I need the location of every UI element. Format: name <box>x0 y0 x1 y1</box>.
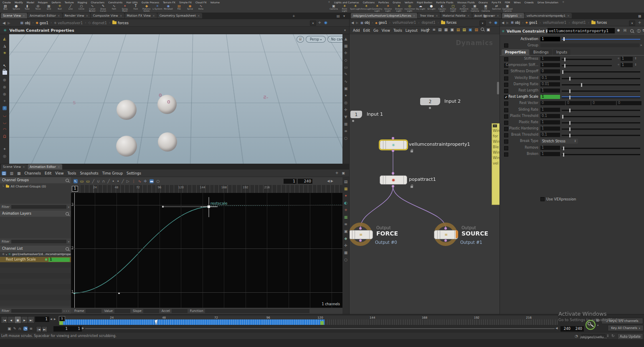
pane-tab[interactable]: Scene View× <box>1 13 27 18</box>
input-port-dot[interactable] <box>392 137 394 139</box>
circle-icon[interactable]: ○ <box>156 179 160 183</box>
half-icon[interactable]: ◐ <box>344 201 347 205</box>
shelf-tool[interactable]: ◉Spiral <box>185 4 195 13</box>
pane-layout-icon[interactable]: ▦ <box>638 14 641 18</box>
close-tab-icon[interactable]: × <box>58 165 60 169</box>
forward-arrow-icon[interactable]: ▶ <box>8 21 10 25</box>
close-tab-icon[interactable]: × <box>567 14 570 18</box>
key-field-input[interactable] <box>205 309 309 313</box>
shelf-tab[interactable]: Rigid Bodies <box>417 1 432 4</box>
shelf-tool[interactable]: ∿Helix <box>195 4 206 13</box>
channel-enable-dot[interactable] <box>45 258 47 261</box>
key-field-input[interactable] <box>114 309 130 313</box>
new-tab-icon[interactable]: + <box>474 14 477 18</box>
pin-icon[interactable]: ✛ <box>318 21 321 25</box>
pane-tab[interactable]: Material Palette× <box>441 13 472 18</box>
panel-icon[interactable]: ▤ <box>344 180 348 184</box>
param-field[interactable]: 1 <box>540 63 560 67</box>
jump-end-button[interactable]: ▶| <box>28 316 35 324</box>
extrapolate-icon[interactable]: ▷ <box>127 179 129 183</box>
node-output-force[interactable]: ≡ <box>349 230 373 239</box>
pane-menu-caret-icon[interactable]: ▾ <box>343 14 345 18</box>
realtime-icon[interactable]: ◔ <box>23 327 28 331</box>
dim-icon[interactable]: ● <box>3 78 6 82</box>
shelf-tab[interactable]: Grains <box>393 1 401 4</box>
param-field[interactable]: 0 <box>591 101 616 105</box>
path-stepper-icon[interactable]: ↕ <box>606 334 609 338</box>
shelf-tab[interactable]: Rigging <box>78 1 87 4</box>
linear-icon[interactable]: ╱ <box>107 179 109 183</box>
lasso-icon[interactable]: ◭ <box>3 37 6 41</box>
close-tab-icon[interactable]: × <box>86 14 89 18</box>
search-icon[interactable] <box>66 247 69 251</box>
input-port-dot[interactable] <box>392 172 394 175</box>
magnet-icon[interactable]: ◠ <box>3 127 6 132</box>
ease-in-icon[interactable]: ∪ <box>97 179 100 183</box>
menu-item[interactable]: Channels <box>25 171 41 175</box>
filter-caret-icon[interactable]: ▾ <box>68 205 69 208</box>
shelf-tab[interactable]: Model <box>27 1 34 4</box>
shelf-tab[interactable]: Guide Process <box>142 1 159 4</box>
param-slider[interactable] <box>562 71 640 73</box>
param-field[interactable]: 0 <box>617 101 641 105</box>
keyframe-marker[interactable] <box>320 321 324 325</box>
shelf-tool[interactable]: ◎Torus <box>33 4 43 13</box>
filter-caret-icon[interactable]: ▾ <box>68 240 69 243</box>
channel-path-row[interactable]: ✛ ▾ ✳ geo1/vellumsolver1/d...mconstraint… <box>0 252 71 257</box>
output-port-dot[interactable] <box>359 239 362 242</box>
shelf-tool[interactable]: ●GI Light <box>426 4 437 13</box>
breadcrumb-vellumsolver1[interactable]: ◈vellumsolver1 <box>54 21 83 25</box>
breadcrumb-dopnet1[interactable]: dopnet1 <box>572 21 586 25</box>
shelf-tab[interactable]: Pyro FX <box>492 1 501 4</box>
close-tab-icon[interactable]: × <box>198 14 200 18</box>
shelf-tab[interactable]: Modify <box>15 1 23 4</box>
graph-view-icon[interactable]: ▤ <box>2 171 6 175</box>
channel-row-rest-length-scale[interactable]: Rest Length Scale 1 <box>0 257 71 262</box>
shelf-tab[interactable]: Terrain FX <box>163 1 175 4</box>
pane-menu-caret-icon[interactable]: ▾ <box>491 14 493 18</box>
spark-icon[interactable]: ✦ <box>344 194 347 198</box>
stop-button[interactable]: ■ <box>14 316 21 324</box>
shelf-tool[interactable]: ☀Distant Light <box>393 4 404 13</box>
connector-dot[interactable] <box>429 107 431 109</box>
grid-icon[interactable]: ▦ <box>344 187 348 191</box>
dim-icon[interactable]: ● <box>3 85 6 89</box>
param-field[interactable]: 1 <box>540 152 560 156</box>
key-field-input[interactable] <box>143 309 159 313</box>
shelf-tool[interactable]: ◎Environment Light <box>404 4 415 13</box>
shelf-tab[interactable]: Wires <box>514 1 521 4</box>
breadcrumb-obj[interactable]: ▦obj <box>511 21 520 25</box>
key-icon[interactable]: • <box>112 179 114 183</box>
shelf-tool[interactable]: ∿Path <box>109 4 119 13</box>
param-field[interactable]: 0.1 <box>540 133 560 137</box>
param-menu[interactable]: Stretch Stress↕ <box>540 139 578 144</box>
search-icon[interactable] <box>66 179 69 182</box>
frame-dec-icon[interactable]: ◀ <box>50 317 52 320</box>
scroll-down-icon[interactable]: ▼ <box>345 115 347 119</box>
select-icon[interactable]: ↖ <box>74 179 78 183</box>
range-end-field[interactable]: 240 <box>560 326 572 332</box>
snap-icon[interactable]: ✦ <box>3 99 6 103</box>
shelf-tab[interactable]: Simple FX <box>179 1 192 4</box>
shelf-tab[interactable]: Drive Simulation <box>538 1 558 4</box>
frame-nav-icons[interactable]: ◀ ▶ <box>327 179 333 183</box>
scroll-up-icon[interactable]: ▲ <box>345 37 347 41</box>
expand-caret-icon[interactable]: ✛ <box>2 253 5 256</box>
vexpression-checkbox[interactable] <box>540 197 545 201</box>
shelf-tab[interactable]: Particle Fluids <box>436 1 454 4</box>
param-slider[interactable] <box>562 96 640 98</box>
param-field[interactable]: 1 <box>540 89 560 93</box>
shade-icon[interactable]: ◇ <box>345 58 347 62</box>
output-port-dot[interactable] <box>392 149 394 152</box>
info-icon[interactable]: ⓘ <box>637 28 641 34</box>
shelf-tool[interactable]: ▣Stereo Camera <box>469 4 480 13</box>
shelf-tab[interactable]: Crowds <box>525 1 534 4</box>
shelf-tab[interactable]: Hair Utils <box>126 1 137 4</box>
node-input1-badge[interactable]: 1 <box>350 111 362 118</box>
ring-icon[interactable]: ◎ <box>344 101 347 105</box>
range-start-field[interactable]: 1 <box>53 326 69 332</box>
back-arrow-icon[interactable]: ◀ <box>502 21 504 25</box>
filter-input[interactable] <box>11 205 66 209</box>
filter-dots-icon[interactable]: • • • <box>63 309 69 312</box>
breadcrumb-vellumsolver1[interactable]: vellumsolver1 <box>543 21 566 25</box>
